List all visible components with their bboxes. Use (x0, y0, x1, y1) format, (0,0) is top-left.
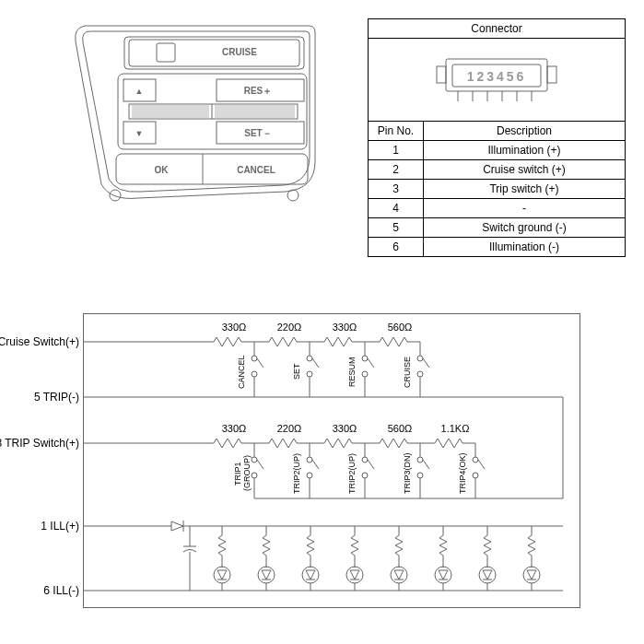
connector-table: Connector 123456 Pin No. Description (368, 18, 626, 257)
resistor-value: 330Ω (208, 423, 260, 434)
svg-rect-10 (116, 154, 308, 184)
switch-label: CANCEL (237, 351, 246, 392)
resistor-value: 220Ω (263, 423, 315, 434)
svg-point-143 (523, 567, 540, 583)
connector-image-cell: 123456 (369, 39, 626, 122)
res-button-label: RES＋ (244, 86, 273, 96)
table-row: 2Cruise switch (+) (369, 160, 626, 180)
table-row: 3Trip switch (+) (369, 180, 626, 199)
svg-point-12 (110, 190, 121, 201)
connector-title: Connector (369, 19, 626, 39)
cruise-button-label: CRUISE (222, 47, 257, 57)
svg-text:▼: ▼ (135, 129, 144, 138)
ok-button-label: OK (155, 165, 170, 175)
svg-rect-32 (437, 66, 446, 83)
switch-label: SET (292, 351, 301, 392)
svg-rect-1 (129, 40, 299, 66)
svg-point-113 (258, 567, 275, 583)
connector-panel: Connector 123456 Pin No. Description (368, 18, 626, 257)
svg-rect-2 (157, 43, 175, 62)
svg-rect-0 (124, 37, 304, 69)
resistor-value: 220Ω (263, 322, 315, 333)
svg-point-138 (479, 567, 496, 583)
switch-label: CRUISE (403, 351, 412, 392)
resistor-value: 330Ω (319, 322, 370, 333)
resistor-value: 330Ω (208, 322, 260, 333)
svg-text:▲: ▲ (135, 87, 144, 96)
table-row: 5Switch ground (-) (369, 218, 626, 238)
svg-rect-33 (547, 66, 556, 83)
resistor-value: 1.1KΩ (429, 423, 481, 434)
label-pin5: 5 TRIP(-) (0, 391, 79, 404)
label-pin2: 2 Cruise Switch(+) (0, 335, 79, 348)
resistor-value: 330Ω (319, 423, 370, 434)
connector-pins-legend: 123456 (467, 69, 527, 84)
label-pin3: 3 TRIP Switch(+) (0, 437, 79, 450)
switch-label: TRIP1 (GROUP) (233, 451, 252, 497)
desc-header: Description (424, 122, 626, 141)
pin-header: Pin No. (369, 122, 424, 141)
switch-label: TRIP3(DN) (403, 451, 412, 497)
resistor-value: 560Ω (374, 322, 426, 333)
resistor-value: 560Ω (374, 423, 426, 434)
table-row: 4- (369, 199, 626, 218)
svg-point-128 (391, 567, 407, 583)
label-pin1: 1 ILL(+) (0, 520, 79, 533)
switch-label: TRIP2(UP) (292, 451, 301, 497)
schematic-diagram: 2 Cruise Switch(+) 5 TRIP(-) 3 TRIP Swit… (83, 313, 580, 608)
switch-label: TRIP2(UP) (347, 451, 357, 497)
table-row: 1Illumination (+) (369, 141, 626, 160)
cancel-button-label: CANCEL (237, 165, 275, 175)
set-button-label: SET－ (244, 128, 271, 138)
svg-point-13 (287, 190, 299, 201)
switch-label: RESUM (347, 351, 357, 392)
svg-point-118 (302, 567, 319, 583)
switch-label: TRIP4(OK) (458, 451, 467, 497)
svg-point-108 (214, 567, 230, 583)
table-row: 6Illumination (-) (369, 238, 626, 257)
label-pin6: 6 ILL(-) (0, 584, 79, 597)
svg-point-133 (435, 567, 451, 583)
steering-switch-drawing: CRUISE ▲ RES＋ ▼ SET－ OK CANCEL (74, 18, 322, 212)
switch-outline-svg: CRUISE ▲ RES＋ ▼ SET－ OK CANCEL (74, 18, 322, 212)
svg-point-123 (346, 567, 363, 583)
